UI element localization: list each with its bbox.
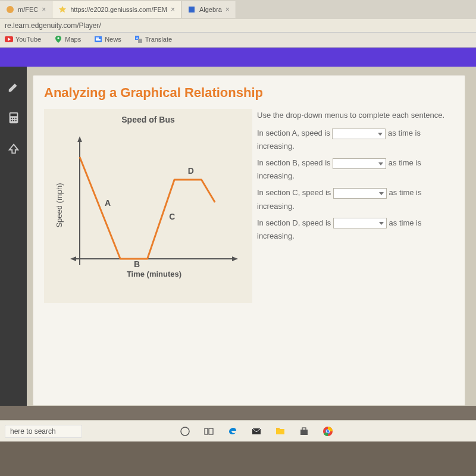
store-icon[interactable]: [299, 426, 309, 437]
svg-text:A: A: [105, 198, 111, 208]
svg-text:Time (minutes): Time (minutes): [127, 270, 181, 278]
dropdown-d[interactable]: [333, 218, 387, 228]
tab-bar: m/FEC × https://e2020.geniussis.com/FEM …: [0, 0, 476, 19]
favicon-icon: [187, 5, 196, 14]
svg-text:D: D: [188, 166, 194, 176]
close-icon[interactable]: ×: [42, 5, 46, 14]
svg-text:B: B: [134, 259, 140, 269]
browser-chrome: m/FEC × https://e2020.geniussis.com/FEM …: [0, 0, 476, 48]
bookmark-label: YouTube: [15, 36, 41, 43]
bookmark-maps[interactable]: Maps: [54, 35, 81, 43]
svg-point-42: [327, 430, 329, 432]
laptop-bezel: [0, 441, 476, 476]
maps-icon: [54, 35, 62, 43]
svg-point-0: [7, 6, 14, 13]
svg-rect-13: [10, 114, 17, 117]
svg-rect-8: [96, 40, 101, 41]
svg-rect-10: [138, 39, 142, 43]
question-prompt: Use the drop-down menus to complete each…: [257, 109, 454, 122]
svg-point-15: [12, 118, 14, 119]
svg-text:Speed (mph): Speed (mph): [55, 183, 64, 227]
news-icon: [94, 35, 102, 43]
bookmark-label: News: [105, 36, 121, 43]
tab-1[interactable]: https://e2020.geniussis.com/FEM ×: [52, 1, 181, 18]
speed-bus-chart: Speed (mph) Time (minutes) ABCD: [50, 128, 246, 295]
dropdown-c[interactable]: [333, 188, 387, 199]
svg-point-31: [181, 427, 189, 436]
mail-icon[interactable]: [251, 426, 262, 437]
chart-title: Speed of Bus: [50, 115, 246, 124]
close-icon[interactable]: ×: [226, 5, 230, 14]
calculator-icon[interactable]: [5, 109, 22, 126]
svg-rect-6: [96, 37, 99, 39]
tab-label: Algebra: [199, 6, 222, 13]
bookmark-label: Translate: [145, 36, 172, 43]
svg-text:C: C: [169, 212, 175, 221]
svg-rect-36: [276, 428, 280, 430]
svg-rect-38: [302, 428, 306, 430]
pencil-icon[interactable]: [5, 79, 22, 95]
bookmark-news[interactable]: News: [94, 35, 121, 43]
statement-b: In section B, speed is as time is increa…: [257, 156, 454, 183]
close-icon[interactable]: ×: [171, 5, 175, 14]
statement-a: In section A, speed is as time is increa…: [257, 127, 454, 153]
svg-point-14: [11, 118, 12, 119]
cortana-icon[interactable]: [180, 426, 190, 437]
app-area: Analyzing a Graphical Relationship Speed…: [0, 67, 476, 406]
svg-rect-33: [209, 428, 213, 434]
statement-c: In section C, speed is as time is increa…: [257, 186, 454, 212]
address-bar[interactable]: re.learn.edgenuity.com/Player/: [0, 19, 476, 33]
youtube-icon: [5, 35, 13, 43]
left-rail: [0, 67, 27, 406]
tab-0[interactable]: m/FEC ×: [0, 1, 52, 18]
svg-point-18: [12, 120, 14, 121]
search-placeholder: here to search: [10, 427, 56, 436]
stmt-pre: In section B, speed is: [257, 158, 331, 167]
edge-icon[interactable]: [227, 426, 238, 437]
lesson-title: Analyzing a Graphical Relationship: [44, 85, 454, 101]
content-panel: Analyzing a Graphical Relationship Speed…: [33, 75, 465, 406]
bookmark-youtube[interactable]: YouTube: [5, 35, 41, 43]
stmt-pre: In section D, speed is: [257, 218, 331, 227]
svg-point-16: [15, 118, 16, 119]
favicon-icon: [6, 5, 14, 14]
two-column-layout: Speed of Bus Speed (mph) Time (minutes): [44, 109, 454, 303]
svg-point-17: [11, 120, 12, 121]
windows-taskbar: here to search: [0, 420, 476, 441]
bookmark-translate[interactable]: A Translate: [134, 35, 172, 43]
svg-marker-23: [232, 256, 238, 261]
translate-icon: A: [134, 35, 143, 43]
bookmark-bar: YouTube Maps News A Translate: [0, 33, 476, 47]
svg-text:A: A: [136, 36, 138, 40]
stmt-pre: In section A, speed is: [257, 129, 330, 137]
tab-label: m/FEC: [18, 6, 38, 13]
taskbar-search[interactable]: here to search: [5, 425, 82, 438]
svg-marker-21: [77, 136, 82, 142]
svg-marker-24: [70, 256, 76, 261]
statement-d: In section D, speed is as time is increa…: [257, 217, 454, 243]
chrome-icon[interactable]: [322, 426, 333, 437]
tab-2[interactable]: Algebra ×: [181, 1, 236, 18]
dropdown-a[interactable]: [332, 129, 386, 139]
address-text: re.learn.edgenuity.com/Player/: [5, 21, 101, 30]
svg-rect-7: [96, 39, 101, 40]
tab-label: https://e2020.geniussis.com/FEM: [70, 6, 167, 13]
chart-pane: Speed of Bus Speed (mph) Time (minutes): [44, 109, 252, 303]
up-arrow-icon[interactable]: [5, 140, 22, 157]
svg-rect-1: [189, 7, 195, 12]
app-header-bar: [0, 48, 476, 67]
taskbar-icons: [180, 426, 333, 437]
favicon-icon: [58, 5, 67, 14]
svg-rect-35: [276, 429, 284, 434]
file-explorer-icon[interactable]: [275, 426, 286, 437]
svg-rect-32: [205, 428, 208, 434]
bookmark-label: Maps: [65, 36, 81, 43]
svg-point-4: [58, 37, 60, 39]
svg-point-19: [15, 120, 16, 121]
stmt-pre: In section C, speed is: [257, 188, 331, 197]
dropdown-b[interactable]: [333, 158, 386, 169]
question-pane: Use the drop-down menus to complete each…: [257, 109, 454, 303]
taskview-icon[interactable]: [203, 426, 214, 437]
